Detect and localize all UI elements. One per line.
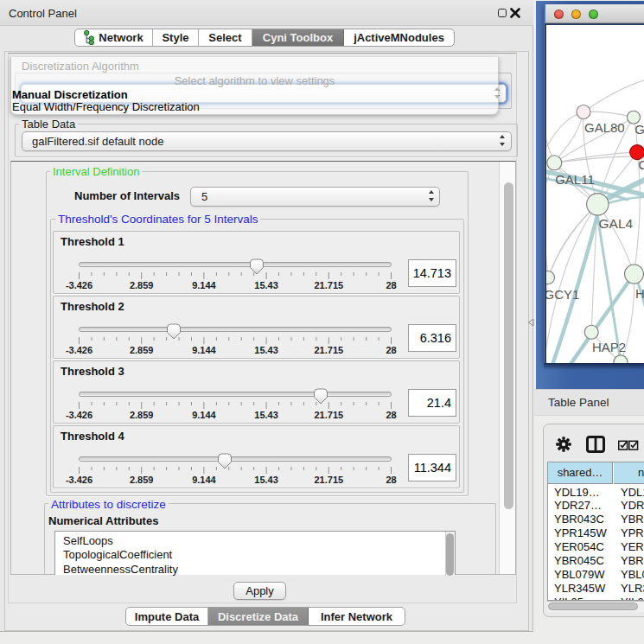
svg-text:GCY1: GCY1 xyxy=(546,287,579,302)
svg-text:CY: CY xyxy=(639,157,644,172)
svg-text:GAL11: GAL11 xyxy=(555,172,595,187)
svg-text:GA: GA xyxy=(634,122,644,137)
svg-text:HAP2: HAP2 xyxy=(592,340,626,354)
svg-text:HI: HI xyxy=(635,286,644,301)
svg-text:GAL4: GAL4 xyxy=(599,216,634,231)
svg-text:GAL80: GAL80 xyxy=(584,120,625,135)
